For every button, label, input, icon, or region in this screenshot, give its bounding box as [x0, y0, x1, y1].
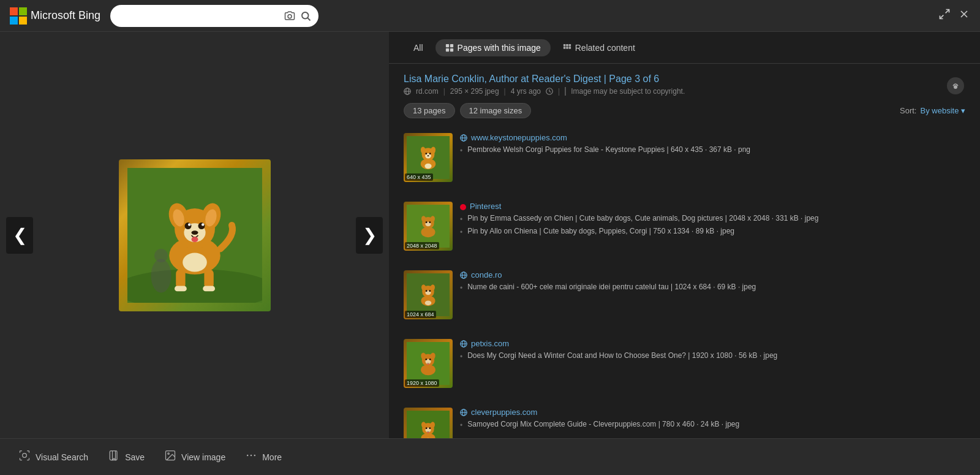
search-bar[interactable]	[110, 5, 318, 27]
search-button[interactable]	[300, 10, 311, 21]
more-button[interactable]: More	[245, 449, 282, 465]
view-image-button[interactable]: View image	[164, 449, 225, 465]
image-meta: rd.com | 295 × 295 jpeg | 4 yrs ago | Im…	[404, 87, 685, 96]
save-icon	[108, 449, 120, 465]
svg-point-88	[425, 359, 427, 360]
bottom-toolbar: Visual Search Save View image	[0, 438, 980, 475]
share-icon[interactable]	[946, 76, 965, 96]
image-info-header: Lisa Marie Conklin, Author at Reader's D…	[404, 74, 965, 96]
svg-point-24	[191, 230, 198, 235]
result-item: 1024 x 684 conde.ro •	[404, 265, 965, 324]
domain-globe-icon	[460, 134, 467, 142]
domain-globe-icon	[460, 272, 467, 279]
main-content: ❮	[0, 32, 980, 438]
svg-line-6	[307, 18, 310, 20]
result-link: • Pembroke Welsh Corgi Puppies for Sale …	[460, 145, 965, 156]
svg-point-102	[428, 432, 429, 433]
image-viewer-panel: ❮	[0, 32, 389, 438]
result-item: 2048 x 2048 Pinterest • Pin by Emma Cass…	[404, 197, 965, 256]
thumb-corgi-5	[407, 411, 450, 438]
corgi-image	[127, 168, 262, 303]
svg-point-77	[429, 290, 431, 292]
svg-rect-0	[10, 7, 18, 15]
filter-buttons: 13 pages 12 image sizes	[404, 103, 531, 118]
svg-point-23	[202, 223, 204, 226]
result-link: • Nume de caini - 600+ cele mai original…	[460, 282, 965, 294]
result-thumbnail[interactable]: 1920 x 1080	[404, 339, 453, 388]
thumb-corgi-4	[407, 342, 450, 385]
more-label: More	[262, 452, 282, 462]
result-info: www.keystonepuppies.com • Pembroke Welsh…	[460, 133, 965, 158]
result-link: • Does My Corgi Need a Winter Coat and H…	[460, 351, 965, 362]
domain-globe-icon	[460, 340, 467, 348]
image-title-link[interactable]: Lisa Marie Conklin, Author at Reader's D…	[404, 74, 659, 84]
grid4-icon	[563, 44, 571, 52]
bookmark-icon	[108, 449, 120, 462]
svg-point-76	[426, 290, 428, 292]
result-domain[interactable]: petxis.com	[460, 339, 965, 348]
result-thumbnail[interactable]: 2048 x 2048	[404, 202, 453, 251]
expand-button[interactable]	[938, 8, 951, 23]
clock-icon	[546, 88, 553, 95]
filter-row: 13 pages 12 image sizes Sort: By website…	[404, 103, 965, 118]
svg-point-84	[421, 365, 435, 376]
svg-point-90	[428, 363, 429, 365]
svg-point-113	[254, 455, 256, 457]
result-domain[interactable]: cleverpuppies.com	[460, 408, 965, 417]
prev-arrow[interactable]: ❮	[6, 217, 33, 254]
thumb-corgi-3	[407, 273, 450, 316]
svg-point-111	[247, 455, 249, 457]
result-link-2: • Pin by Allo on Chiena | Cute baby dogs…	[460, 226, 965, 238]
svg-point-5	[302, 12, 309, 19]
next-arrow[interactable]: ❯	[356, 217, 383, 254]
globe-meta-icon	[404, 88, 411, 95]
save-button[interactable]: Save	[108, 449, 145, 465]
svg-point-57	[428, 155, 429, 156]
svg-rect-37	[564, 44, 566, 46]
svg-point-22	[188, 223, 190, 226]
sort-dropdown[interactable]: By website ▾	[921, 106, 966, 115]
pinterest-icon	[460, 204, 466, 210]
tab-related-content[interactable]: Related content	[553, 39, 645, 56]
result-domain[interactable]: conde.ro	[460, 270, 965, 279]
svg-point-107	[23, 454, 27, 458]
tab-pages-with-image[interactable]: Pages with this image	[435, 39, 551, 56]
svg-rect-41	[566, 47, 568, 49]
pages-filter-button[interactable]: 13 pages	[404, 103, 455, 118]
results-panel[interactable]: All Pages with this image	[389, 32, 980, 438]
svg-line-8	[940, 15, 944, 19]
save-label: Save	[125, 452, 145, 462]
result-domain[interactable]: www.keystonepuppies.com	[460, 133, 965, 142]
svg-point-30	[183, 253, 207, 272]
bing-logo: Microsoft Bing	[10, 7, 100, 25]
result-thumbnail[interactable]: 780 x 460	[404, 408, 453, 438]
result-info: conde.ro • Nume de caini - 600+ cele mai…	[460, 270, 965, 295]
svg-rect-36	[450, 48, 453, 51]
result-domain-pinterest[interactable]: Pinterest	[460, 202, 965, 211]
svg-rect-35	[445, 48, 448, 51]
header-controls	[938, 8, 970, 23]
svg-point-56	[429, 153, 431, 154]
image-icon	[164, 449, 176, 462]
camera-search-icon[interactable]	[284, 10, 295, 21]
svg-point-64	[421, 227, 435, 237]
search-input[interactable]	[118, 11, 284, 21]
svg-point-48	[954, 85, 957, 89]
svg-rect-27	[175, 286, 187, 291]
result-thumbnail[interactable]: 1024 x 684	[404, 270, 453, 319]
close-button[interactable]	[958, 8, 970, 23]
result-info: petxis.com • Does My Corgi Need a Winter…	[460, 339, 965, 363]
result-thumbnail[interactable]: 640 x 435	[404, 133, 453, 182]
result-item: 780 x 460 cleverpuppies.com •	[404, 403, 965, 438]
svg-rect-40	[564, 47, 566, 49]
result-item: 1920 x 1080 petxis.com •	[404, 334, 965, 393]
result-link: • Samoyed Corgi Mix Complete Guide - Cle…	[460, 419, 965, 431]
tab-all[interactable]: All	[404, 39, 433, 56]
sizes-filter-button[interactable]: 12 image sizes	[460, 103, 532, 118]
svg-rect-38	[566, 44, 568, 46]
bing-logo-text: Microsoft Bing	[31, 9, 100, 22]
svg-rect-1	[19, 7, 27, 15]
result-link: • Pin by Emma Cassedy on Chien | Cute ba…	[460, 213, 965, 225]
result-info: cleverpuppies.com • Samoyed Corgi Mix Co…	[460, 408, 965, 432]
visual-search-button[interactable]: Visual Search	[18, 449, 88, 465]
